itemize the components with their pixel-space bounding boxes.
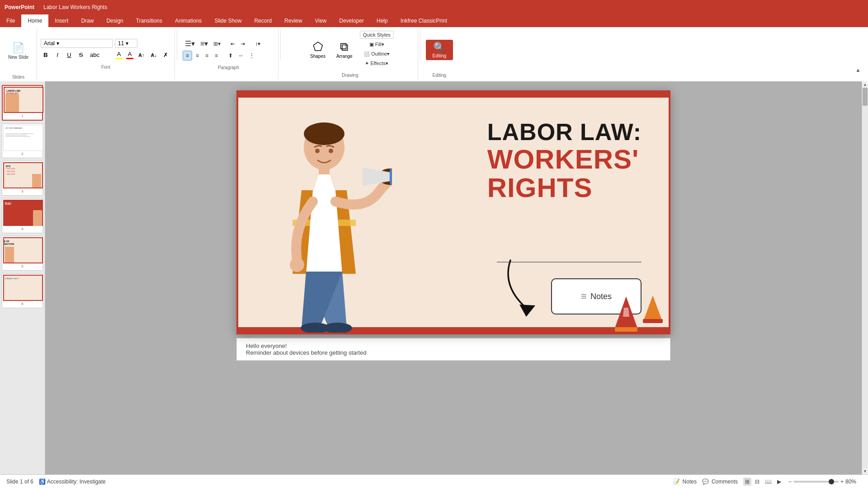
tab-record[interactable]: Record: [248, 14, 278, 27]
ribbon-group-drawing: ⬠ Shapes ⧉ Arrange Quick Styles ▣ Fill▾ …: [283, 29, 418, 80]
reading-view-button[interactable]: 📖: [763, 478, 774, 486]
slide-title-area: LABOR LAW: WORKERS' RIGHTS: [487, 119, 642, 202]
font-size-dropdown[interactable]: 11 ▾: [115, 39, 137, 48]
notes-line2: Reminder about devices before getting st…: [246, 349, 661, 356]
slide-thumb-inner-4: DA!: [3, 200, 43, 226]
bold-button[interactable]: B: [41, 50, 51, 60]
app-title: PowerPoint: [5, 4, 34, 10]
tab-draw[interactable]: Draw: [75, 14, 100, 27]
zoom-in-button[interactable]: +: [840, 479, 844, 485]
align-left-button[interactable]: ≡: [183, 51, 192, 61]
shapes-icon: ⬠: [313, 40, 323, 54]
font-size-increase[interactable]: A↑: [136, 50, 146, 60]
font-color-button[interactable]: A: [125, 50, 134, 60]
svg-rect-22: [643, 319, 663, 323]
tab-view[interactable]: View: [308, 14, 333, 27]
scroll-down-button[interactable]: ▼: [862, 468, 868, 474]
tab-file[interactable]: File: [0, 14, 21, 27]
shapes-button[interactable]: ⬠ Shapes: [307, 38, 329, 61]
smartart[interactable]: ⋮: [247, 52, 257, 60]
arrange-button[interactable]: ⧉ Arrange: [333, 38, 356, 61]
canvas-area: LABOR LAW: WORKERS' RIGHTS: [45, 81, 862, 474]
notes-text: Hello everyone! Reminder about devices b…: [246, 343, 661, 356]
slide-sorter-button[interactable]: ⊟: [753, 478, 761, 486]
status-left: Slide 1 of 6 ♿ Accessibility: Investigat…: [6, 479, 106, 485]
text-highlight-button[interactable]: A: [114, 50, 123, 60]
strikethrough-button[interactable]: S: [76, 50, 86, 60]
tab-review[interactable]: Review: [278, 14, 308, 27]
column-button[interactable]: ⊞▾: [211, 40, 223, 48]
tab-inkfree[interactable]: Inkfree ClassicPrint: [394, 14, 453, 27]
line-spacing[interactable]: ↕▾: [253, 40, 263, 48]
align-center-button[interactable]: ≡: [193, 51, 202, 60]
presenter-view-button[interactable]: ▶: [775, 478, 783, 486]
notes-button[interactable]: Notes: [683, 479, 697, 485]
tab-help[interactable]: Help: [370, 14, 394, 27]
scroll-thumb[interactable]: [863, 88, 868, 106]
tab-insert[interactable]: Insert: [48, 14, 75, 27]
svg-point-16: [329, 149, 333, 153]
slide-thumb-1[interactable]: LABOR LAW: WORKERS' RIGHTS 1: [2, 85, 43, 121]
svg-marker-21: [644, 296, 662, 320]
shape-effects[interactable]: ✦ Effects▾: [360, 60, 394, 67]
slide-main-title: LABOR LAW:: [487, 119, 642, 145]
status-right: 📝 Notes 💬 Comments ⊞ ⊟ 📖 ▶ − + 80%: [673, 478, 862, 486]
decrease-indent[interactable]: ⇤: [228, 40, 237, 48]
top-border: [238, 92, 669, 98]
notes-icon: ≡: [581, 291, 587, 302]
accessibility-info: ♿ Accessibility: Investigate: [39, 479, 106, 485]
align-right-button[interactable]: ≡: [203, 51, 211, 60]
cone-svg-2: [642, 292, 664, 324]
paragraph-group-label: Paragraph: [183, 65, 274, 70]
para-row-2: ≡ ≡ ≡ ≡ ⬆ ↔ ⋮: [183, 51, 274, 61]
text-align-vert[interactable]: ↔: [236, 52, 246, 60]
shape-fill[interactable]: ▣ Fill▾: [360, 41, 394, 48]
smallcaps-button[interactable]: abc: [88, 50, 102, 60]
tab-design[interactable]: Design: [100, 14, 129, 27]
notes-view-toggle: 📝 Notes: [673, 479, 697, 485]
collapse-ribbon-button[interactable]: ▲: [855, 67, 861, 73]
italic-button[interactable]: I: [52, 50, 62, 60]
slide-thumb-5[interactable]: E OF SECTION 5: [2, 236, 43, 271]
new-slide-button[interactable]: 📄 New Slide: [5, 40, 32, 61]
slide-thumb-6[interactable]: LONGER TEXT? 6: [2, 273, 43, 308]
scroll-up-button[interactable]: ▲: [862, 81, 868, 88]
slide-subtitle2: RIGHTS: [487, 174, 642, 202]
zoom-slider[interactable]: [793, 481, 839, 483]
editing-button[interactable]: 🔍 Editing: [426, 40, 453, 60]
chevron-icon: ▾: [126, 40, 128, 47]
file-name: Labor Law Workers Rights: [43, 4, 107, 10]
tab-developer[interactable]: Developer: [333, 14, 370, 27]
shape-outline[interactable]: ⬜ Outline▾: [360, 50, 394, 58]
slide-thumb-3[interactable]: NTS • SECTION • SECTION • SECTION 3: [2, 161, 43, 196]
tab-home[interactable]: Home: [21, 14, 48, 27]
font-group-label: Font: [41, 65, 171, 70]
text-direction[interactable]: ⬆: [226, 52, 235, 60]
clear-formatting-button[interactable]: ✗: [161, 50, 171, 60]
zoom-out-button[interactable]: −: [788, 479, 792, 485]
tab-slideshow[interactable]: Slide Show: [208, 14, 248, 27]
notes-line1: Hello everyone!: [246, 343, 661, 349]
tab-transitions[interactable]: Transitions: [130, 14, 169, 27]
numbering-button[interactable]: ≡▾: [198, 38, 210, 49]
quick-styles-button[interactable]: Quick Styles: [360, 31, 394, 39]
cone-decoration: [613, 292, 664, 333]
normal-view-button[interactable]: ⊞: [743, 478, 751, 486]
zoom-percent[interactable]: 80%: [845, 479, 862, 485]
editing-group-label: Editing: [433, 73, 447, 78]
tab-animations[interactable]: Animations: [169, 14, 208, 27]
ribbon-group-slides: 📄 New Slide Slides: [0, 29, 37, 80]
increase-indent[interactable]: ⇥: [238, 40, 247, 48]
slide-thumb-4[interactable]: DA! 4: [2, 198, 43, 233]
underline-button[interactable]: U: [64, 50, 74, 60]
font-name-dropdown[interactable]: Arial ▾: [41, 39, 113, 48]
justify-button[interactable]: ≡: [212, 51, 221, 60]
svg-marker-9: [390, 152, 392, 202]
view-buttons: ⊞ ⊟ 📖 ▶: [743, 478, 783, 486]
comments-button[interactable]: Comments: [712, 479, 738, 485]
slide-thumb-2[interactable]: OF THIS TEMPLATE 2: [2, 123, 43, 158]
comments-icon: 💬: [702, 479, 709, 485]
bullets-button[interactable]: ☰▾: [183, 38, 197, 49]
font-size-decrease[interactable]: A↓: [148, 50, 159, 60]
new-slide-icon: 📄: [12, 42, 24, 54]
